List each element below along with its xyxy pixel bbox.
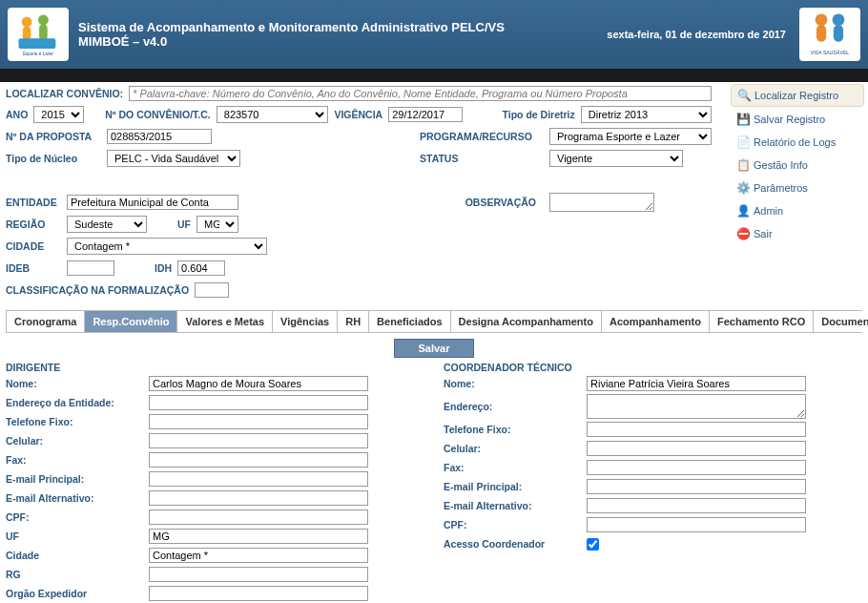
- vida-saudavel-icon: VIDA SAUDÁVEL: [799, 8, 860, 61]
- localizar-convenio-label: LOCALIZAR CONVÊNIO:: [6, 88, 123, 99]
- dirigente-email2-input[interactable]: [149, 490, 368, 506]
- side-salvar-registro[interactable]: 💾 Salvar Registro: [731, 109, 864, 130]
- cidade-filter-select[interactable]: Contagem *: [67, 238, 267, 255]
- tab-documentos[interactable]: Documentos: [814, 311, 868, 332]
- entidade-input[interactable]: [67, 195, 238, 210]
- tipo-nucleo-select[interactable]: PELC - Vida Saudável: [107, 150, 240, 167]
- ideb-input[interactable]: [67, 260, 114, 276]
- dirigente-rg-input[interactable]: [149, 567, 368, 582]
- side-label: Relatório de Logs: [754, 136, 836, 148]
- report-icon: 📄: [736, 135, 750, 149]
- programa-select[interactable]: Programa Esporte e Lazer: [549, 128, 712, 145]
- side-menu: 🔍 Localizar Registro 💾 Salvar Registro 📄…: [731, 84, 864, 246]
- tipo-diretriz-label: Tipo de Diretriz: [503, 109, 575, 120]
- svg-point-2: [38, 14, 49, 25]
- vigencia-label: VIGÊNCIA: [334, 109, 382, 120]
- side-sair[interactable]: ⛔ Sair: [731, 223, 864, 244]
- dirigente-uf-input[interactable]: [149, 529, 368, 544]
- num-convenio-label: Nº DO CONVÊNIO/T.C.: [105, 109, 211, 120]
- coordenador-cpf-input[interactable]: [587, 517, 806, 532]
- coordenador-acesso-label: Acesso Coordenador: [444, 538, 587, 550]
- tab-rh[interactable]: RH: [338, 311, 369, 332]
- num-proposta-label: Nº DA PROPOSTA: [6, 131, 101, 142]
- svg-point-0: [22, 17, 32, 28]
- dirigente-orgao-input[interactable]: [149, 586, 368, 601]
- app-header: Esporte e Lazer Sistema de Acompanhament…: [0, 0, 868, 69]
- dirigente-telfixo-input[interactable]: [149, 414, 368, 429]
- classificacao-input[interactable]: [195, 282, 229, 298]
- dirigente-telfixo-label: Telefone Fixo:: [6, 416, 149, 427]
- tipo-diretriz-select[interactable]: Diretriz 2013: [581, 106, 712, 123]
- header-divider-bar: [0, 69, 868, 82]
- dirigente-email1-input[interactable]: [149, 471, 368, 487]
- logo-esporte-lazer: Esporte e Lazer: [8, 8, 69, 61]
- classificacao-label: CLASSIFICAÇÃO NA FORMALIZAÇÃO: [6, 284, 189, 296]
- header-title: Sistema de Acompanhamento e Monitorament…: [78, 20, 593, 49]
- num-convenio-select[interactable]: 823570: [217, 106, 329, 123]
- idh-input[interactable]: [177, 260, 225, 276]
- coordenador-endereco-textarea[interactable]: [587, 394, 806, 419]
- svg-point-8: [833, 13, 845, 26]
- programa-label: PROGRAMA/RECURSO: [420, 131, 544, 142]
- num-proposta-input[interactable]: [107, 129, 212, 144]
- esporte-lazer-icon: Esporte e Lazer: [12, 11, 64, 57]
- coordenador-acesso-checkbox[interactable]: [587, 538, 599, 551]
- coordenador-email2-label: E-mail Alternativo:: [444, 500, 587, 511]
- entidade-label: ENTIDADE: [6, 197, 61, 208]
- tab-cronograma[interactable]: Cronograma: [7, 311, 85, 332]
- side-relatorio-logs[interactable]: 📄 Relatório de Logs: [731, 132, 864, 153]
- side-label: Sair: [754, 228, 773, 239]
- side-admin[interactable]: 👤 Admin: [731, 200, 864, 221]
- side-localizar-registro[interactable]: 🔍 Localizar Registro: [731, 84, 864, 107]
- coordenador-email1-input[interactable]: [587, 479, 806, 494]
- tab-beneficiados[interactable]: Beneficiados: [369, 311, 450, 332]
- tabs-bar: Cronograma Resp.Convênio Valores e Metas…: [6, 310, 862, 333]
- dirigente-celular-input[interactable]: [149, 433, 368, 448]
- tab-resp-convenio[interactable]: Resp.Convênio: [85, 311, 177, 332]
- status-select[interactable]: Vigente: [549, 150, 683, 167]
- exit-icon: ⛔: [736, 227, 750, 240]
- observacao-label: OBSERVAÇÃO: [420, 197, 544, 208]
- coordenador-endereco-label: Endereço:: [444, 401, 587, 412]
- admin-icon: 👤: [736, 204, 750, 218]
- side-label: Parâmetros: [754, 182, 808, 194]
- coordenador-celular-input[interactable]: [587, 441, 806, 456]
- svg-rect-4: [18, 38, 55, 49]
- dirigente-fax-input[interactable]: [149, 452, 368, 468]
- tab-valores-metas[interactable]: Valores e Metas: [177, 311, 273, 332]
- coordenador-nome-input[interactable]: [587, 376, 806, 391]
- tab-acompanhamento[interactable]: Acompanhamento: [602, 311, 710, 332]
- localizar-convenio-input[interactable]: [129, 86, 712, 101]
- idh-label: IDH: [155, 262, 172, 274]
- coordenador-email2-input[interactable]: [587, 498, 806, 513]
- svg-rect-7: [816, 25, 826, 42]
- regiao-select[interactable]: Sudeste: [67, 216, 147, 233]
- tab-fechamento-rco[interactable]: Fechamento RCO: [710, 311, 814, 332]
- save-icon: 💾: [736, 113, 750, 126]
- coordenador-celular-label: Celular:: [444, 443, 587, 454]
- dirigente-cidade-input[interactable]: [149, 548, 368, 563]
- dirigente-cpf-input[interactable]: [149, 509, 368, 525]
- dirigente-endereco-input[interactable]: [149, 395, 368, 410]
- coordenador-telfixo-input[interactable]: [587, 422, 806, 437]
- tab-designa-acompanhamento[interactable]: Designa Acompanhamento: [451, 311, 602, 332]
- observacao-textarea[interactable]: [549, 193, 654, 212]
- svg-text:VIDA SAUDÁVEL: VIDA SAUDÁVEL: [811, 49, 849, 54]
- search-icon: 🔍: [737, 89, 751, 102]
- ano-select[interactable]: 2015: [33, 106, 84, 123]
- ideb-label: IDEB: [6, 262, 61, 274]
- coordenador-section-title: COORDENADOR TÉCNICO: [444, 362, 862, 373]
- dirigente-cpf-label: CPF:: [6, 511, 149, 523]
- uf-filter-select[interactable]: MG: [196, 216, 238, 233]
- header-date: sexta-feira, 01 de dezembro de 2017: [607, 29, 786, 40]
- coordenador-fax-label: Fax:: [444, 462, 587, 473]
- vigencia-input[interactable]: [388, 107, 463, 122]
- tab-vigencias[interactable]: Vigências: [273, 311, 338, 332]
- dirigente-nome-input[interactable]: [149, 376, 368, 391]
- coordenador-fax-input[interactable]: [587, 460, 806, 475]
- salvar-button[interactable]: Salvar: [394, 339, 473, 358]
- dirigente-section-title: DIRIGENTE: [6, 362, 424, 373]
- dirigente-endereco-label: Endereço da Entidade:: [6, 397, 149, 408]
- side-parametros[interactable]: ⚙️ Parâmetros: [731, 177, 864, 198]
- side-gestao-info[interactable]: 📋 Gestão Info: [731, 155, 864, 176]
